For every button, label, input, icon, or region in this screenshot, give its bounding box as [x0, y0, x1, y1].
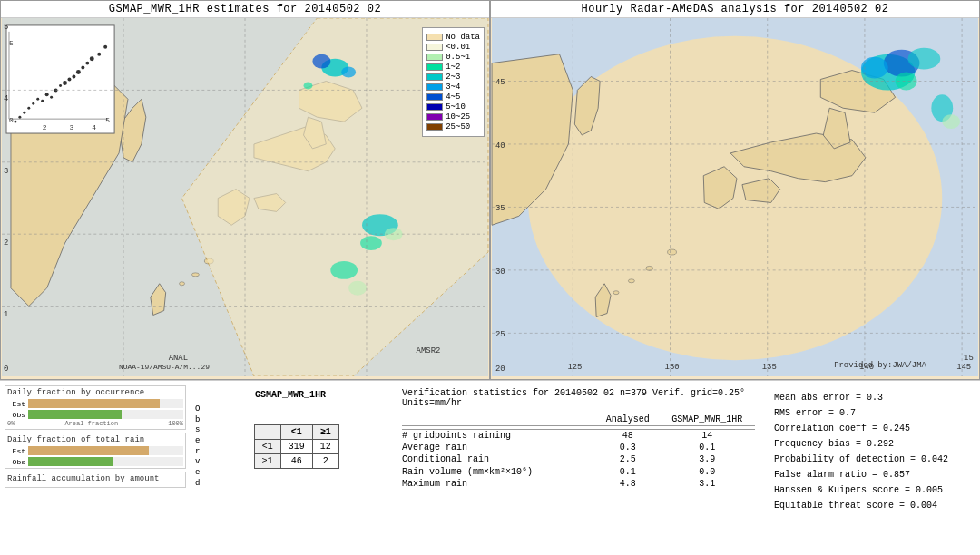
obs-bar-fill-occ [28, 410, 122, 419]
svg-point-13 [330, 261, 358, 279]
stat-line-7: Equitable threat score = 0.004 [774, 498, 968, 513]
svg-point-27 [63, 81, 67, 85]
obs-bar-occurrence: Obs [7, 410, 183, 419]
table-row-geq: ≥1 46 2 [254, 454, 338, 469]
svg-point-26 [59, 84, 62, 87]
verif-row-0-analysed: 48 [596, 430, 660, 443]
svg-text:35: 35 [495, 204, 505, 213]
occurrence-bars: Est Obs [7, 399, 183, 419]
est-bar-container-occ [28, 399, 183, 408]
svg-point-24 [50, 96, 53, 99]
verif-data-table: Analysed GSMAP_MWR_1HR # gridpoints rain… [402, 414, 755, 490]
est-label-occ: Est [7, 400, 25, 408]
verif-row-3: Rain volume (mm×km²×10⁶) 0.1 0.0 [402, 465, 755, 478]
verif-analysed-col: Analysed [596, 414, 660, 426]
obs-bar-fill-rain [28, 457, 113, 466]
svg-point-34 [97, 53, 101, 56]
contingency-table-title: GSMAP_MWR_1HR [195, 390, 386, 400]
obs-bar-rain: Obs [7, 457, 183, 466]
col-less-header: <1 [280, 425, 312, 440]
svg-text:1: 1 [4, 310, 8, 319]
verif-row-4: Maximum rain 4.8 3.1 [402, 478, 755, 490]
svg-point-23 [41, 100, 44, 102]
occurrence-axis: 0% Areal fraction 100% [7, 420, 183, 427]
contingency-data-table: <1 ≥1 <1 319 12 ≥1 46 2 [254, 424, 339, 469]
svg-point-70 [908, 48, 941, 70]
svg-text:45: 45 [495, 78, 505, 87]
svg-point-7 [312, 54, 330, 69]
stat-line-2: Correlation coeff = 0.245 [774, 421, 968, 436]
svg-text:20: 20 [495, 365, 505, 374]
svg-point-29 [72, 75, 75, 79]
svg-point-62 [668, 249, 677, 255]
verif-row-2-analysed: 2.5 [596, 453, 660, 465]
est-bar-fill-occ [28, 399, 160, 408]
est-bar-occurrence: Est [7, 399, 183, 408]
occurrence-title: Daily fraction by occurrence [7, 388, 183, 397]
verif-row-1: Average rain 0.3 0.1 [402, 442, 755, 453]
verification-panel: Verification statistics for 20140502 02 … [395, 385, 762, 550]
stat-line-4: Probability of detection = 0.042 [774, 452, 968, 467]
svg-rect-15 [6, 25, 114, 133]
svg-point-35 [103, 45, 107, 49]
svg-point-16 [18, 116, 21, 119]
stat-line-5: False alarm ratio = 0.857 [774, 467, 968, 482]
svg-text:2: 2 [43, 123, 47, 131]
legend: No data <0.01 0.5~1 1~2 [422, 27, 485, 137]
stats-section: Daily fraction by occurrence Est Obs [0, 381, 980, 555]
cell-r2c2: 2 [312, 454, 338, 469]
rainfall-title: Rainfall accumulation by amount [7, 474, 183, 483]
svg-point-9 [304, 82, 313, 89]
svg-text:NOAA-19/AMSU-A/M...29: NOAA-19/AMSU-A/M...29 [119, 363, 210, 371]
obs-label-occ: Obs [7, 411, 25, 419]
obs-side-label: Observed [195, 404, 201, 490]
stat-line-1: RMS error = 0.7 [774, 405, 968, 421]
legend-2-3: 2~3 [426, 73, 480, 82]
svg-point-28 [67, 78, 71, 82]
svg-point-21 [36, 98, 39, 101]
verif-row-2-gsmap: 3.9 [659, 453, 755, 465]
verif-row-0-label: # gridpoints raining [402, 430, 596, 443]
verif-row-2-label: Conditional rain [402, 453, 596, 465]
svg-point-17 [23, 112, 25, 114]
charts-panel: Daily fraction by occurrence Est Obs [5, 385, 186, 550]
verif-row-0-gsmap: 14 [659, 430, 755, 443]
occurrence-chart: Daily fraction by occurrence Est Obs [5, 385, 186, 430]
svg-text:5: 5 [4, 23, 8, 32]
total-rain-title: Daily fraction of total rain [7, 435, 183, 444]
total-rain-chart: Daily fraction of total rain Est Obs [5, 433, 186, 469]
verif-row-3-label: Rain volume (mm×km²×10⁶) [402, 465, 596, 478]
legend-4-5: 4~5 [426, 92, 480, 102]
cell-r2c1: 46 [280, 454, 312, 469]
svg-point-33 [90, 56, 94, 61]
svg-point-64 [628, 279, 634, 283]
obs-label-rain: Obs [7, 458, 25, 466]
verif-row-2: Conditional rain 2.5 3.9 [402, 453, 755, 465]
svg-point-4 [180, 282, 185, 286]
est-bar-container-rain [28, 446, 183, 455]
est-label-rain: Est [7, 447, 25, 455]
svg-text:3: 3 [4, 167, 8, 176]
svg-text:4: 4 [92, 123, 96, 131]
obs-bar-container-rain [28, 457, 183, 466]
legend-no-data: No data [426, 33, 480, 42]
left-map-svg: 0 5 5 2 3 4 5 [1, 18, 489, 376]
verif-row-3-analysed: 0.1 [596, 465, 660, 478]
svg-point-32 [85, 62, 89, 65]
legend-5-10: 5~10 [426, 102, 480, 112]
svg-text:15: 15 [964, 354, 974, 363]
stat-line-0: Mean abs error = 0.3 [774, 390, 968, 405]
verif-header-row: Analysed GSMAP_MWR_1HR [402, 414, 755, 426]
svg-point-11 [360, 236, 382, 250]
legend-1-2: 1~2 [426, 63, 480, 72]
legend-25-50: 25~50 [426, 122, 480, 131]
col-geq-header: ≥1 [312, 425, 338, 440]
est-bar-fill-rain [28, 446, 149, 455]
row-geq-label: ≥1 [254, 454, 280, 469]
verif-row-1-gsmap: 0.1 [659, 442, 755, 453]
svg-text:25: 25 [495, 330, 505, 339]
svg-point-22 [45, 92, 49, 96]
svg-text:0: 0 [9, 116, 14, 124]
svg-point-68 [861, 57, 888, 79]
rainfall-chart: Rainfall accumulation by amount [5, 472, 186, 488]
